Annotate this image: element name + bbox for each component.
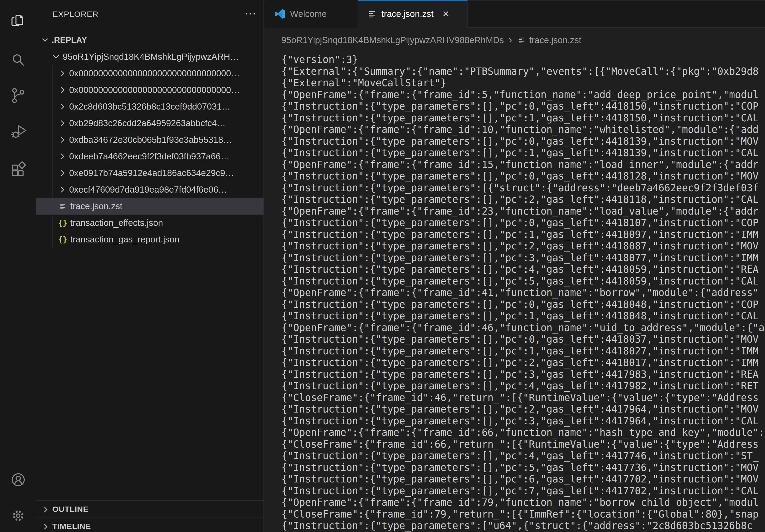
tree-item-trace.json.zst[interactable]: trace.json.zst bbox=[36, 198, 264, 215]
tree-item-transaction-gas-report.json[interactable]: {}transaction_gas_report.json bbox=[36, 231, 264, 248]
explorer-sidebar: EXPLORER ⋯ .REPLAY95oR1YipjSnqd18K4BMshk… bbox=[36, 0, 264, 532]
code-line: {"Instruction":{"type_parameters":[],"pc… bbox=[282, 275, 765, 287]
code-line: {"Instruction":{"type_parameters":[],"pc… bbox=[282, 473, 765, 485]
tree-item-label: 0xdba34672e30cb065b1f93e3ab55318… bbox=[69, 135, 232, 145]
code-line: {"Instruction":{"type_parameters":[],"pc… bbox=[282, 334, 765, 345]
code-line: {"Instruction":{"type_parameters":[],"pc… bbox=[282, 485, 765, 497]
tree-item-label: transaction_effects.json bbox=[70, 218, 163, 228]
chevron-right-icon bbox=[58, 119, 67, 128]
code-line: {"OpenFrame":{"frame":{"frame_id":79,"fu… bbox=[282, 497, 765, 508]
timeline-panel-label: TIMELINE bbox=[52, 522, 91, 531]
code-line: {"OpenFrame":{"frame":{"frame_id":15,"fu… bbox=[282, 159, 765, 171]
tree-item-label: 0x2c8d603bc51326b8c13cef9dd07031… bbox=[69, 102, 231, 112]
code-line: {"External":{"Summary":{"name":"PTBSumma… bbox=[282, 66, 765, 78]
chevron-right-icon bbox=[58, 185, 67, 194]
breadcrumb-folder[interactable]: 95oR1YipjSnqd18K4BMshkLgPijypwzARHV988eR… bbox=[282, 35, 504, 45]
code-line: {"Instruction":{"type_parameters":[],"pc… bbox=[282, 229, 765, 241]
run-debug-icon[interactable] bbox=[9, 122, 28, 140]
tree-folder-3[interactable]: 0x0000000000000000000000000000000… bbox=[36, 82, 264, 98]
tree-item-label: 0xb29d83c26cdd2a64959263abbcfc4… bbox=[69, 118, 226, 128]
file-tree: .REPLAY95oR1YipjSnqd18K4BMshkLgPijypwzAR… bbox=[36, 32, 264, 248]
editor-code[interactable]: {"version":3}{"External":{"Summary":{"na… bbox=[282, 54, 765, 532]
tab-trace-label: trace.json.zst bbox=[382, 9, 433, 19]
code-line: {"OpenFrame":{"frame":{"frame_id":46,"fu… bbox=[282, 322, 765, 334]
chevron-right-icon bbox=[58, 168, 67, 177]
breadcrumb-separator: › bbox=[509, 34, 512, 46]
extensions-icon[interactable] bbox=[9, 158, 28, 177]
breadcrumb: 95oR1YipjSnqd18K4BMshkLgPijypwzARHV988eR… bbox=[264, 28, 765, 53]
code-line: {"Instruction":{"type_parameters":[],"pc… bbox=[282, 240, 765, 252]
code-line: {"Instruction":{"type_parameters":[],"pc… bbox=[282, 299, 765, 311]
code-line: {"Instruction":{"type_parameters":[],"pc… bbox=[282, 369, 765, 381]
json-icon: {} bbox=[58, 218, 68, 228]
timeline-panel-header[interactable]: TIMELINE bbox=[36, 518, 264, 532]
source-control-icon[interactable] bbox=[9, 86, 28, 105]
tree-folder-6[interactable]: 0xdba34672e30cb065b1f93e3ab55318… bbox=[36, 132, 264, 148]
tree-folder-1[interactable]: 95oR1YipjSnqd18K4BMshkLgPijypwzARH… bbox=[36, 49, 264, 65]
code-line: {"Instruction":{"type_parameters":[],"pc… bbox=[282, 462, 765, 474]
search-icon[interactable] bbox=[9, 51, 28, 70]
tree-item-label: 0xdeeb7a4662eec9f2f3def03fb937a66… bbox=[69, 151, 230, 161]
settings-gear-icon[interactable] bbox=[9, 506, 28, 525]
tree-folder-8[interactable]: 0xe0917b74a5912e4ad186ac634e29c9… bbox=[36, 165, 264, 181]
trace-file-icon bbox=[517, 36, 526, 45]
code-line: {"OpenFrame":{"frame":{"frame_id":10,"fu… bbox=[282, 124, 765, 135]
tree-item-label: .REPLAY bbox=[52, 35, 87, 45]
tree-item-label: 0x0000000000000000000000000000000… bbox=[69, 68, 240, 79]
tab-welcome[interactable]: Welcome bbox=[265, 0, 358, 28]
tree-folder-0[interactable]: .REPLAY bbox=[36, 32, 264, 49]
tree-item-label: trace.json.zst bbox=[70, 201, 122, 211]
chevron-right-icon bbox=[58, 69, 67, 78]
chevron-right-icon bbox=[58, 102, 67, 111]
code-line: {"Instruction":{"type_parameters":["u64"… bbox=[282, 520, 765, 532]
tree-folder-5[interactable]: 0xb29d83c26cdd2a64959263abbcfc4… bbox=[36, 115, 264, 132]
vscode-window: EXPLORER ⋯ .REPLAY95oR1YipjSnqd18K4BMshk… bbox=[0, 0, 765, 532]
tree-folder-4[interactable]: 0x2c8d603bc51326b8c13cef9dd07031… bbox=[36, 98, 264, 115]
code-line: {"OpenFrame":{"frame":{"frame_id":23,"fu… bbox=[282, 205, 765, 217]
close-icon[interactable]: ✕ bbox=[440, 9, 451, 19]
chevron-right-icon bbox=[41, 505, 50, 513]
files-icon[interactable] bbox=[9, 11, 28, 30]
tree-item-transaction-effects.json[interactable]: {}transaction_effects.json bbox=[36, 215, 264, 231]
code-line: {"Instruction":{"type_parameters":[],"pc… bbox=[282, 403, 765, 415]
code-line: {"Instruction":{"type_parameters":[],"pc… bbox=[282, 135, 765, 147]
code-line: {"OpenFrame":{"frame":{"frame_id":41,"fu… bbox=[282, 287, 765, 299]
tab-trace-json-zst[interactable]: trace.json.zst ✕ bbox=[358, 0, 468, 28]
code-line: {"Instruction":{"type_parameters":[],"pc… bbox=[282, 217, 765, 229]
code-line: {"Instruction":{"type_parameters":[],"pc… bbox=[282, 415, 765, 427]
trace-file-icon bbox=[367, 9, 377, 19]
breadcrumb-file[interactable]: trace.json.zst bbox=[529, 35, 581, 45]
tree-folder-7[interactable]: 0xdeeb7a4662eec9f2f3def03fb937a66… bbox=[36, 148, 264, 165]
tree-folder-9[interactable]: 0xecf47609d7da919ea98e7fd04f6e06… bbox=[36, 181, 264, 198]
code-line: {"OpenFrame":{"frame":{"frame_id":66,"fu… bbox=[282, 427, 765, 438]
code-line: {"Instruction":{"type_parameters":[{"str… bbox=[282, 182, 765, 194]
code-line: {"CloseFrame":{"frame_id":46,"return_":[… bbox=[282, 392, 765, 404]
code-line: {"CloseFrame":{"frame_id":79,"return_":[… bbox=[282, 508, 765, 520]
code-line: {"Instruction":{"type_parameters":[],"pc… bbox=[282, 380, 765, 392]
sidebar-header: EXPLORER ⋯ bbox=[36, 8, 264, 20]
code-line: {"Instruction":{"type_parameters":[],"pc… bbox=[282, 252, 765, 264]
tree-item-label: 0xecf47609d7da919ea98e7fd04f6e06… bbox=[69, 184, 227, 195]
tab-welcome-label: Welcome bbox=[290, 9, 327, 19]
json-icon: {} bbox=[58, 235, 68, 244]
code-line: {"Instruction":{"type_parameters":[],"pc… bbox=[282, 357, 765, 369]
outline-panel-header[interactable]: OUTLINE bbox=[36, 500, 264, 518]
code-line: {"Instruction":{"type_parameters":[],"pc… bbox=[282, 112, 765, 124]
outline-panel-label: OUTLINE bbox=[52, 505, 88, 514]
chevron-right-icon bbox=[58, 86, 67, 95]
code-line: {"Instruction":{"type_parameters":[],"pc… bbox=[282, 170, 765, 182]
account-icon[interactable] bbox=[9, 470, 28, 489]
code-line: {"Instruction":{"type_parameters":[],"pc… bbox=[282, 450, 765, 462]
more-actions-icon[interactable]: ⋯ bbox=[242, 6, 259, 20]
chevron-down-icon bbox=[40, 36, 50, 45]
tree-folder-2[interactable]: 0x0000000000000000000000000000000… bbox=[36, 65, 264, 82]
code-line: {"CloseFrame":{"frame_id":66,"return_":[… bbox=[282, 438, 765, 450]
code-line: {"Instruction":{"type_parameters":[],"pc… bbox=[282, 194, 765, 205]
activity-bar bbox=[0, 0, 36, 532]
code-line: {"Instruction":{"type_parameters":[],"pc… bbox=[282, 101, 765, 112]
code-line: {"Instruction":{"type_parameters":[],"pc… bbox=[282, 345, 765, 357]
chevron-right-icon bbox=[58, 135, 67, 144]
tree-item-label: transaction_gas_report.json bbox=[70, 234, 179, 245]
code-line: {"OpenFrame":{"frame":{"frame_id":5,"fun… bbox=[282, 89, 765, 101]
trace-file-icon bbox=[58, 201, 68, 211]
